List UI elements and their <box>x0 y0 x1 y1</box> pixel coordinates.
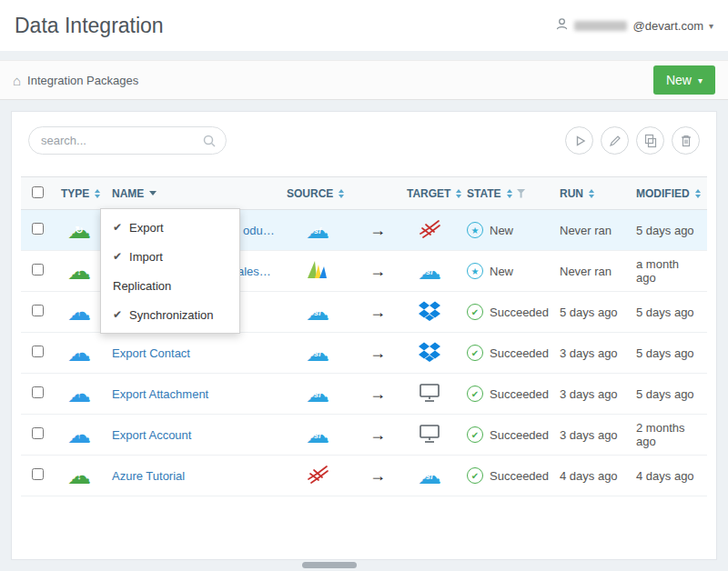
package-name-link[interactable]: Export Account <box>112 428 191 442</box>
package-name-link[interactable]: Export Attachment <box>112 387 208 401</box>
filter-option-synchronization[interactable]: ✔Synchronization <box>101 300 239 329</box>
target-cell <box>399 374 460 415</box>
top-bar: Data Integration @devart.com ▾ <box>0 0 728 51</box>
modified-cell: 2 months ago <box>629 415 707 456</box>
filter-option-label: Replication <box>113 279 171 293</box>
arrow-right-icon: → <box>369 426 386 444</box>
user-email-suffix: @devart.com <box>632 19 703 33</box>
chevron-down-icon: ▾ <box>698 75 703 85</box>
state-label: Succeeded <box>490 346 549 360</box>
arrow-right-icon: → <box>369 221 386 239</box>
state-cell: ✔Succeeded <box>460 333 552 374</box>
column-label-run: RUN <box>560 187 583 200</box>
package-name-link[interactable]: Export Contact <box>112 346 190 360</box>
horizontal-scrollbar-thumb[interactable] <box>302 562 357 568</box>
row-checkbox[interactable] <box>32 386 44 398</box>
dropbox-icon <box>418 341 441 363</box>
clone-button[interactable] <box>636 126 664 155</box>
delete-button[interactable] <box>672 126 700 155</box>
row-checkbox[interactable] <box>32 305 44 316</box>
export-type-icon: ☁↑ <box>66 422 93 447</box>
trash-icon <box>679 134 693 148</box>
edit-button[interactable] <box>601 126 629 155</box>
column-header-source[interactable]: SOURCE <box>279 177 356 210</box>
state-succeeded-icon: ✔ <box>467 304 483 320</box>
run-cell: 3 days ago <box>552 333 629 374</box>
sql-server-icon <box>418 218 441 240</box>
breadcrumb[interactable]: ⌂ Integration Packages <box>13 74 138 87</box>
modified-cell: 5 days ago <box>629 292 707 333</box>
state-new-icon: ★ <box>467 222 483 238</box>
row-checkbox[interactable] <box>32 223 44 235</box>
check-icon: ✔ <box>113 221 122 234</box>
column-label-target: TARGET <box>407 187 450 200</box>
sort-icon[interactable] <box>695 189 701 198</box>
export-type-icon: ☁↑ <box>66 299 93 325</box>
row-checkbox[interactable] <box>32 468 44 480</box>
salesforce-icon: ☁sf <box>416 258 443 284</box>
state-label: Succeeded <box>490 387 549 401</box>
check-icon: ✔ <box>113 250 122 263</box>
computer-icon <box>418 382 441 404</box>
user-icon <box>555 17 569 34</box>
search-box <box>28 126 227 155</box>
filter-icon-state[interactable] <box>517 189 526 198</box>
copy-icon <box>643 134 658 148</box>
sort-icon[interactable] <box>456 189 461 198</box>
filter-option-import[interactable]: ✔Import <box>101 242 239 271</box>
state-succeeded-icon: ✔ <box>467 345 483 361</box>
state-cell: ✔Succeeded <box>460 292 552 333</box>
row-checkbox[interactable] <box>32 427 44 439</box>
row-checkbox[interactable] <box>32 346 44 357</box>
select-all-checkbox[interactable] <box>32 186 44 198</box>
column-label-type: TYPE <box>61 187 89 200</box>
filter-option-label: Synchronization <box>129 308 214 322</box>
column-label-state: STATE <box>467 187 501 200</box>
column-header-name[interactable]: NAME <box>105 177 279 210</box>
row-checkbox[interactable] <box>32 264 44 275</box>
arrow-right-icon: → <box>369 303 386 321</box>
state-cell: ✔Succeeded <box>460 374 552 415</box>
pencil-icon <box>608 134 622 148</box>
modified-cell: 5 days ago <box>629 333 707 374</box>
modified-cell: a month ago <box>629 251 707 292</box>
breadcrumb-label: Integration Packages <box>27 74 138 87</box>
column-label-name: NAME <box>112 187 144 200</box>
filter-option-label: Import <box>129 250 163 264</box>
sort-icon[interactable] <box>589 189 594 198</box>
package-name-link[interactable]: odu… <box>243 224 275 237</box>
target-cell <box>399 415 460 456</box>
source-cell: ☁sf <box>279 333 356 374</box>
target-cell: ☁sf <box>399 456 460 496</box>
sort-icon[interactable] <box>507 189 512 198</box>
sort-icon[interactable] <box>339 189 344 198</box>
column-header-target[interactable]: TARGET <box>399 177 460 210</box>
run-cell: 4 days ago <box>552 456 629 496</box>
run-button[interactable] <box>565 126 593 155</box>
column-header-run[interactable]: RUN <box>552 177 629 210</box>
column-header-state[interactable]: STATE <box>460 177 552 210</box>
source-cell: ☁sf <box>279 374 356 415</box>
table-row: ☁↑Export Contact☁sf→✔Succeeded3 days ago… <box>21 333 707 374</box>
package-name-link[interactable]: Azure Tutorial <box>112 469 185 483</box>
arrow-right-icon: → <box>369 344 386 362</box>
dynamics-crm-icon <box>306 259 329 281</box>
column-header-type[interactable]: TYPE <box>54 177 105 210</box>
arrow-right-icon: → <box>369 385 386 403</box>
run-cell: Never ran <box>552 210 629 251</box>
filter-option-replication[interactable]: Replication <box>101 271 239 300</box>
table-row: ☁↑Export Attachment☁sf→✔Succeeded3 days … <box>21 374 707 415</box>
column-header-modified[interactable]: MODIFIED <box>629 177 707 210</box>
column-label-source: SOURCE <box>287 187 333 200</box>
search-input[interactable] <box>28 126 227 155</box>
sort-icon[interactable] <box>95 189 100 198</box>
state-succeeded-icon: ✔ <box>467 386 483 402</box>
target-cell: ☁sf <box>399 251 460 292</box>
state-succeeded-icon: ✔ <box>467 467 483 484</box>
package-name-link[interactable]: ales… <box>238 265 271 278</box>
sort-desc-icon[interactable] <box>149 191 157 195</box>
user-menu[interactable]: @devart.com ▾ <box>555 17 713 34</box>
filter-option-export[interactable]: ✔Export <box>101 213 239 242</box>
new-button[interactable]: New ▾ <box>653 65 715 95</box>
state-cell: ★New <box>460 251 552 292</box>
